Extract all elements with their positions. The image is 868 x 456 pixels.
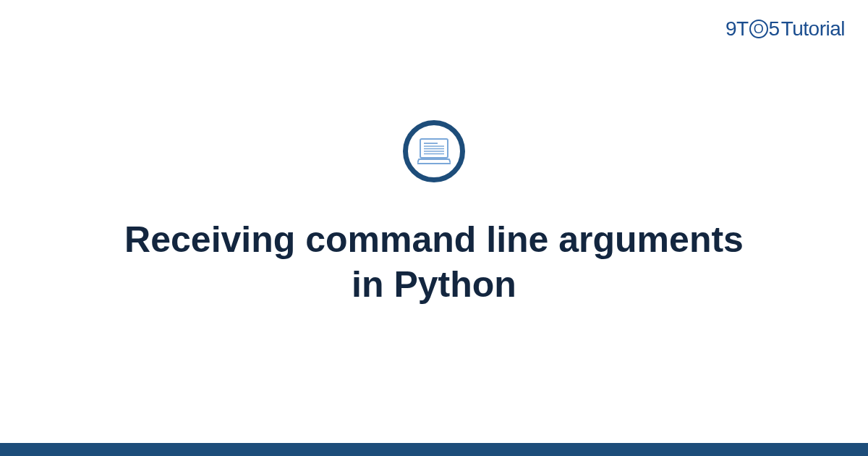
- footer-bar: [0, 443, 868, 456]
- logo-part-9: 9: [726, 17, 736, 41]
- page-title: Receiving command line arguments in Pyth…: [109, 217, 760, 308]
- site-logo: 9 T O 5 Tutorial: [726, 17, 845, 41]
- logo-circle-o: O: [749, 20, 768, 38]
- logo-part-5: 5: [769, 17, 780, 41]
- logo-part-tutorial: Tutorial: [781, 17, 845, 41]
- icon-circle: [403, 120, 465, 182]
- logo-part-t: T: [736, 17, 749, 41]
- main-content: Receiving command line arguments in Pyth…: [0, 0, 868, 456]
- laptop-icon: [417, 138, 451, 165]
